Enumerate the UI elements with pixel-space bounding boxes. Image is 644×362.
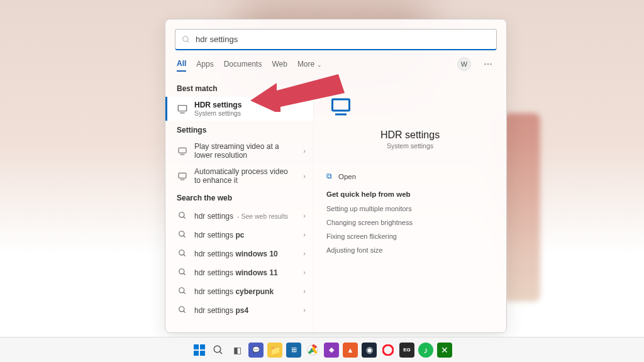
result-subtitle: System settings bbox=[194, 109, 306, 117]
svg-line-11 bbox=[184, 236, 186, 238]
tab-apps[interactable]: Apps bbox=[196, 57, 213, 71]
svg-point-31 bbox=[383, 345, 393, 355]
taskbar-app-steam[interactable]: ◉ bbox=[362, 343, 377, 358]
search-icon bbox=[177, 304, 188, 315]
svg-rect-24 bbox=[200, 344, 205, 349]
svg-point-8 bbox=[179, 212, 184, 217]
result-web-item[interactable]: hdr settings windows 10› bbox=[165, 244, 313, 263]
svg-point-18 bbox=[179, 307, 184, 312]
svg-rect-26 bbox=[200, 351, 205, 356]
svg-line-9 bbox=[184, 217, 186, 219]
section-settings: Settings bbox=[165, 121, 313, 138]
quick-help-header: Get quick help from web bbox=[326, 190, 494, 198]
result-title: hdr settings ps4 bbox=[194, 306, 248, 315]
chevron-right-icon: › bbox=[303, 306, 306, 314]
search-button[interactable] bbox=[211, 343, 226, 358]
taskbar-app-epic[interactable]: EG bbox=[399, 343, 414, 358]
svg-line-1 bbox=[187, 40, 189, 42]
svg-rect-23 bbox=[194, 344, 199, 349]
user-avatar[interactable]: W bbox=[457, 57, 471, 71]
open-action[interactable]: ⧉ Open bbox=[325, 168, 495, 184]
preview-title: HDR settings bbox=[325, 129, 495, 141]
svg-line-19 bbox=[184, 311, 186, 313]
taskbar-app-store[interactable]: ⊞ bbox=[286, 343, 301, 358]
chevron-right-icon: › bbox=[303, 172, 306, 180]
results-column: Best match HDR settings System settings … bbox=[165, 77, 313, 332]
result-title: HDR settings bbox=[194, 101, 306, 109]
taskbar-app-spotify[interactable]: ♪ bbox=[418, 343, 433, 358]
quick-help-link[interactable]: Adjusting font size bbox=[325, 243, 495, 257]
chevron-right-icon: › bbox=[303, 287, 306, 295]
monitor-icon bbox=[177, 103, 188, 114]
result-settings-item[interactable]: Automatically process video to enhance i… bbox=[165, 163, 313, 189]
search-box[interactable] bbox=[175, 29, 497, 50]
filter-tabs: All Apps Documents Web More ⌄ W ⋯ bbox=[165, 57, 506, 77]
taskbar-app-explorer[interactable]: 📁 bbox=[267, 343, 282, 358]
result-title: hdr settings pc bbox=[194, 231, 244, 239]
section-best-match: Best match bbox=[165, 79, 313, 97]
result-web-item[interactable]: hdr settings pc› bbox=[165, 225, 313, 244]
section-search-web: Search the web bbox=[165, 189, 313, 206]
taskbar-app-xbox[interactable]: ✕ bbox=[437, 343, 452, 358]
svg-rect-4 bbox=[179, 148, 186, 153]
svg-point-14 bbox=[179, 269, 184, 274]
search-icon bbox=[182, 35, 191, 44]
task-view-button[interactable]: ◧ bbox=[230, 343, 245, 358]
svg-line-15 bbox=[184, 273, 186, 275]
svg-line-28 bbox=[219, 351, 222, 354]
chevron-right-icon: › bbox=[303, 250, 306, 257]
taskbar-app-chat[interactable]: 💬 bbox=[248, 343, 264, 358]
tab-web[interactable]: Web bbox=[272, 57, 287, 71]
tab-documents[interactable]: Documents bbox=[224, 57, 262, 71]
result-web-item[interactable]: hdr settings windows 11› bbox=[165, 263, 313, 282]
chevron-right-icon: › bbox=[303, 231, 306, 238]
search-icon bbox=[177, 210, 188, 221]
start-button[interactable] bbox=[192, 343, 207, 358]
svg-rect-20 bbox=[333, 99, 350, 111]
monitor-icon bbox=[177, 170, 188, 182]
svg-point-16 bbox=[179, 288, 184, 293]
result-web-item[interactable]: hdr settings ps4› bbox=[165, 300, 313, 319]
wallpaper-side bbox=[502, 113, 540, 302]
chevron-down-icon: ⌄ bbox=[317, 62, 322, 68]
svg-point-0 bbox=[183, 36, 188, 41]
taskbar-app-chrome[interactable] bbox=[305, 343, 320, 358]
chevron-right-icon: › bbox=[303, 268, 306, 276]
chevron-right-icon: › bbox=[303, 147, 306, 155]
taskbar-app-purple[interactable]: ◆ bbox=[324, 343, 339, 358]
tab-more[interactable]: More ⌄ bbox=[297, 57, 322, 71]
chevron-right-icon: › bbox=[303, 212, 306, 219]
svg-rect-6 bbox=[179, 173, 186, 178]
quick-help-link[interactable]: Setting up multiple monitors bbox=[325, 202, 495, 216]
search-icon bbox=[177, 266, 188, 278]
result-title: hdr settings bbox=[194, 212, 233, 221]
result-title: hdr settings windows 10 bbox=[194, 250, 278, 258]
result-title: Play streaming video at a lower resoluti… bbox=[194, 142, 294, 160]
search-icon bbox=[177, 248, 188, 259]
more-options-button[interactable]: ⋯ bbox=[481, 59, 495, 69]
taskbar-app-opera[interactable] bbox=[380, 343, 396, 358]
result-best-match[interactable]: HDR settings System settings bbox=[165, 97, 313, 121]
svg-line-17 bbox=[184, 292, 186, 294]
result-hint: - See web results bbox=[235, 212, 288, 220]
svg-point-10 bbox=[179, 231, 184, 236]
svg-point-27 bbox=[214, 346, 221, 353]
taskbar: ◧ 💬 📁 ⊞ ◆ ▲ ◉ EG ♪ ✕ bbox=[0, 337, 644, 362]
tab-all[interactable]: All bbox=[177, 57, 186, 72]
quick-help-link[interactable]: Fixing screen flickering bbox=[325, 229, 495, 243]
search-input[interactable] bbox=[196, 35, 490, 44]
svg-point-12 bbox=[179, 250, 184, 255]
result-settings-item[interactable]: Play streaming video at a lower resoluti… bbox=[165, 138, 313, 163]
open-icon: ⧉ bbox=[326, 172, 332, 180]
preview-pane: HDR settings System settings ⧉ Open Get … bbox=[313, 77, 506, 332]
search-icon bbox=[177, 285, 188, 297]
taskbar-app-orange[interactable]: ▲ bbox=[343, 343, 358, 358]
start-search-panel: All Apps Documents Web More ⌄ W ⋯ Best m… bbox=[165, 19, 507, 333]
result-title: hdr settings windows 11 bbox=[194, 268, 278, 277]
result-web-item[interactable]: hdr settings - See web results› bbox=[165, 206, 313, 225]
result-web-item[interactable]: hdr settings cyberpunk› bbox=[165, 282, 313, 300]
preview-subtitle: System settings bbox=[325, 142, 495, 150]
svg-rect-25 bbox=[194, 351, 199, 356]
quick-help-link[interactable]: Changing screen brightness bbox=[325, 216, 495, 229]
svg-rect-2 bbox=[178, 106, 187, 111]
